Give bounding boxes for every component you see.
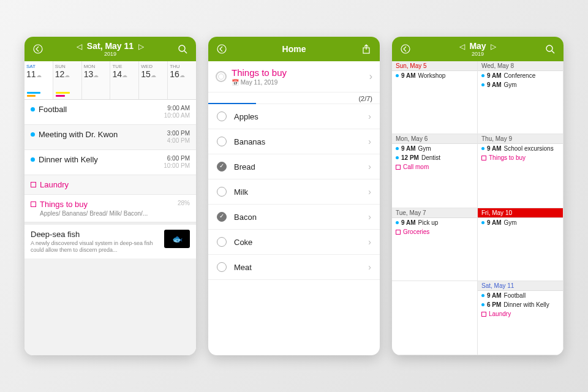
chevron-right-icon: › bbox=[368, 212, 371, 222]
search-icon[interactable] bbox=[543, 42, 557, 56]
check-circle-icon[interactable] bbox=[217, 111, 227, 121]
check-circle-icon[interactable] bbox=[217, 162, 227, 172]
next-day-icon[interactable]: ▷ bbox=[136, 42, 146, 51]
day-cell[interactable]: SUN12☁ bbox=[53, 61, 82, 99]
chevron-right-icon: › bbox=[368, 111, 371, 121]
svg-point-1 bbox=[179, 45, 185, 51]
phone-week-view: ◁ May ▷ 2019 Sun, May 59 AM WorkshopWed,… bbox=[392, 37, 564, 355]
share-icon[interactable] bbox=[359, 42, 374, 56]
chevron-right-icon: › bbox=[368, 137, 371, 146]
day-cell[interactable]: WED15☁ bbox=[139, 61, 168, 99]
header-subtitle: 2019 bbox=[392, 51, 564, 57]
chevron-right-icon: › bbox=[368, 262, 371, 272]
event-row[interactable]: Things to buyApples/ Bananas/ Bread/ Mil… bbox=[24, 195, 196, 222]
next-month-icon[interactable]: ▷ bbox=[488, 42, 499, 51]
check-circle-icon[interactable] bbox=[217, 262, 227, 272]
checklist: Apples›Bananas›Bread›Milk›Bacon›Coke›Mea… bbox=[208, 104, 380, 280]
week-cell[interactable]: Sun, May 59 AM Workshop bbox=[392, 61, 478, 134]
chevron-right-icon: › bbox=[368, 162, 371, 172]
svg-point-5 bbox=[401, 45, 410, 53]
back-icon[interactable] bbox=[31, 42, 45, 56]
week-cell[interactable]: Tue, May 79 AM Pick upGroceries bbox=[392, 208, 478, 281]
list-date: 📅 May 11, 2019 bbox=[232, 79, 287, 86]
prev-day-icon[interactable]: ◁ bbox=[74, 42, 85, 51]
article-card[interactable]: Deep-sea fishA newly discovered visual s… bbox=[24, 222, 196, 258]
article-image: 🐟 bbox=[164, 230, 190, 248]
header-title: May bbox=[469, 41, 486, 51]
check-circle-icon[interactable] bbox=[217, 137, 227, 146]
prev-month-icon[interactable]: ◁ bbox=[457, 42, 467, 51]
header-subtitle: 2019 bbox=[24, 51, 196, 57]
week-cell[interactable]: Thu, May 99 AM School excursionsThings t… bbox=[478, 134, 564, 208]
back-icon[interactable] bbox=[398, 42, 413, 56]
checklist-item[interactable]: Bananas› bbox=[208, 129, 380, 154]
event-row[interactable]: Football9:00 AM10:00 AM bbox=[24, 100, 196, 125]
phone-day-view: ◁ Sat, May 11 ▷ 2019 SAT11☁SUN12☁MON13☁T… bbox=[24, 37, 196, 355]
header: ◁ Sat, May 11 ▷ 2019 bbox=[24, 37, 196, 61]
checklist-item[interactable]: Bread› bbox=[208, 154, 380, 179]
checklist-item[interactable]: Coke› bbox=[208, 230, 380, 255]
week-grid: Sun, May 59 AM WorkshopWed, May 89 AM Co… bbox=[392, 61, 564, 355]
day-cell[interactable]: THU16☁ bbox=[168, 61, 196, 99]
progress-text: (2/7) bbox=[358, 95, 372, 102]
day-cell[interactable]: TUE14☁ bbox=[110, 61, 139, 99]
day-cell[interactable]: MON13☁ bbox=[82, 61, 111, 99]
event-row[interactable]: Laundry bbox=[24, 175, 196, 195]
check-circle-icon[interactable] bbox=[217, 237, 227, 247]
svg-point-3 bbox=[217, 45, 226, 53]
header-title: Home bbox=[282, 44, 306, 54]
event-row[interactable]: Meeting with Dr. Kwon3:00 PM4:00 PM bbox=[24, 125, 196, 150]
back-icon[interactable] bbox=[214, 42, 229, 56]
day-cell[interactable]: SAT11☁ bbox=[24, 61, 53, 99]
header: Home bbox=[208, 37, 380, 61]
checklist-item[interactable]: Bacon› bbox=[208, 205, 380, 230]
day-selector: SAT11☁SUN12☁MON13☁TUE14☁WED15☁THU16☁ bbox=[24, 61, 196, 100]
search-icon[interactable] bbox=[175, 42, 190, 56]
header: ◁ May ▷ 2019 bbox=[392, 37, 564, 61]
progress-ring-icon bbox=[216, 71, 227, 82]
header-title: Sat, May 11 bbox=[87, 41, 134, 51]
svg-line-2 bbox=[184, 51, 187, 53]
week-cell[interactable]: Fri, May 109 AM Gym bbox=[478, 208, 564, 281]
week-cell[interactable]: Sat, May 119 AM Football6 PM Dinner with… bbox=[478, 281, 564, 355]
svg-point-0 bbox=[34, 45, 42, 53]
list-header[interactable]: Things to buy 📅 May 11, 2019 › bbox=[208, 61, 380, 92]
checklist-item[interactable]: Apples› bbox=[208, 104, 380, 129]
check-circle-icon[interactable] bbox=[217, 212, 227, 222]
chevron-right-icon: › bbox=[369, 71, 372, 82]
list-title: Things to buy bbox=[232, 67, 287, 78]
phone-list-view: Home Things to buy 📅 May 11, 2019 › (2/7… bbox=[208, 37, 380, 355]
week-cell[interactable]: Mon, May 69 AM Gym12 PM DentistCall mom bbox=[392, 134, 478, 208]
progress-row: (2/7) bbox=[208, 92, 380, 104]
week-cell[interactable] bbox=[392, 281, 478, 355]
progress-bar bbox=[208, 103, 256, 104]
event-list: Football9:00 AM10:00 AMMeeting with Dr. … bbox=[24, 100, 196, 355]
chevron-right-icon: › bbox=[368, 187, 371, 197]
event-row[interactable]: Dinner with Kelly6:00 PM10:00 PM bbox=[24, 150, 196, 175]
checklist-item[interactable]: Meat› bbox=[208, 255, 380, 280]
checklist-item[interactable]: Milk› bbox=[208, 179, 380, 205]
week-cell[interactable]: Wed, May 89 AM Conference9 AM Gym bbox=[478, 61, 564, 134]
chevron-right-icon: › bbox=[368, 237, 371, 247]
check-circle-icon[interactable] bbox=[217, 187, 227, 197]
svg-point-6 bbox=[546, 45, 552, 51]
svg-line-7 bbox=[552, 51, 554, 53]
